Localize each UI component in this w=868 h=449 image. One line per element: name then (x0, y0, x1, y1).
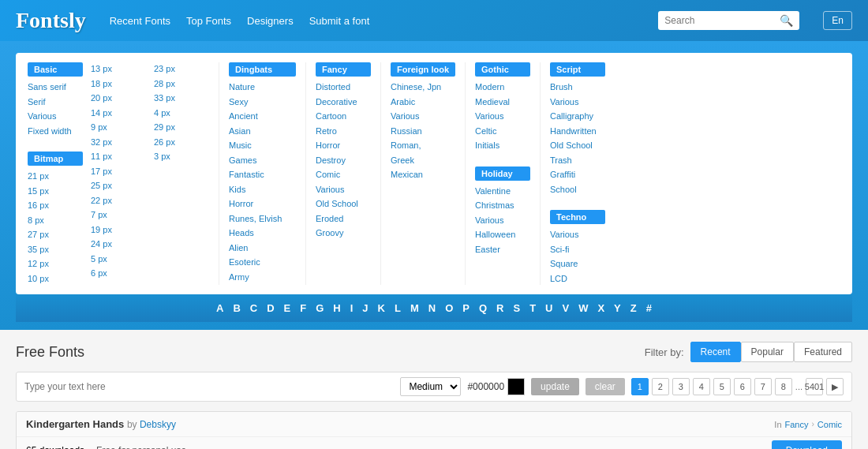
cat-label-script[interactable]: Script (550, 62, 605, 77)
cat-label-dingbats[interactable]: Dingbats (229, 62, 296, 77)
cat-label-fancy[interactable]: Fancy (316, 62, 371, 77)
cat-item[interactable]: Graffiti (550, 168, 605, 181)
cat-item[interactable]: Greek (391, 154, 455, 167)
cat-item[interactable]: 19 px (91, 223, 146, 237)
cat-item[interactable]: Valentine (475, 185, 530, 198)
alpha-Q[interactable]: Q (479, 302, 487, 314)
nav-submit-font[interactable]: Submit a font (309, 15, 370, 27)
cat-item[interactable]: Sans serif (28, 80, 83, 94)
cat-item[interactable]: Horror (316, 139, 371, 152)
alpha-K[interactable]: K (378, 302, 385, 314)
alpha-U[interactable]: U (545, 302, 552, 314)
cat-item[interactable]: 21 px (28, 170, 83, 183)
language-button[interactable]: En (823, 11, 852, 30)
cat-item[interactable]: 17 px (91, 165, 146, 178)
cat-item[interactable]: Games (229, 154, 296, 167)
page-4[interactable]: 4 (693, 378, 710, 395)
cat-item[interactable]: Celtic (475, 125, 530, 138)
cat-item[interactable]: Modern (475, 80, 530, 94)
cat-item[interactable]: 10 px (28, 272, 83, 286)
page-1[interactable]: 1 (631, 378, 649, 395)
cat-item[interactable]: Fixed width (28, 125, 83, 138)
cat-item[interactable]: Various (316, 183, 371, 196)
cat-item[interactable]: 18 px (91, 77, 146, 91)
color-swatch[interactable] (507, 378, 525, 395)
alpha-Y[interactable]: Y (614, 302, 621, 314)
cat-item[interactable]: 4 px (154, 107, 209, 120)
cat-item[interactable]: Retro (316, 125, 371, 138)
alpha-W[interactable]: W (578, 302, 588, 314)
alpha-E[interactable]: E (284, 302, 291, 314)
alpha-H[interactable]: H (333, 302, 340, 314)
page-2[interactable]: 2 (652, 378, 669, 395)
cat-item[interactable]: Initials (475, 139, 530, 152)
cat-item[interactable]: Various (28, 110, 83, 123)
logo[interactable]: Fontsly (16, 8, 86, 33)
alpha-P[interactable]: P (462, 302, 470, 314)
cat-item[interactable]: 15 px (28, 185, 83, 198)
cat-item[interactable]: 35 px (28, 243, 83, 256)
alpha-V[interactable]: V (562, 302, 569, 314)
cat-item[interactable]: Decorative (316, 95, 371, 109)
cat-item[interactable]: 9 px (91, 121, 146, 134)
nav-top-fonts[interactable]: Top Fonts (186, 15, 231, 27)
cat-item[interactable]: Calligraphy (550, 110, 605, 123)
cat-item[interactable]: 6 px (91, 267, 146, 280)
cat-label-holiday[interactable]: Holiday (475, 167, 530, 181)
cat-item[interactable]: Brush (550, 80, 605, 94)
search-icon[interactable]: 🔍 (780, 14, 793, 27)
page-6[interactable]: 6 (734, 378, 751, 395)
cat-item[interactable]: 29 px (154, 121, 209, 134)
alpha-Z[interactable]: Z (630, 302, 637, 314)
cat-item[interactable]: 14 px (91, 107, 146, 120)
font-tag-fancy[interactable]: Fancy (785, 420, 809, 429)
cat-item[interactable]: Eroded (316, 212, 371, 226)
cat-item[interactable]: LCD (550, 272, 605, 286)
cat-item[interactable]: Christmas (475, 199, 530, 212)
cat-item[interactable]: Serif (28, 95, 83, 109)
clear-button[interactable]: clear (586, 378, 625, 395)
cat-label-gothic[interactable]: Gothic (475, 62, 530, 77)
cat-label-foreign[interactable]: Foreign look (391, 62, 455, 77)
font-tag-comic[interactable]: Comic (817, 420, 842, 429)
cat-item[interactable]: Asian (229, 125, 296, 138)
filter-popular[interactable]: Popular (741, 342, 794, 362)
cat-item[interactable]: 25 px (91, 179, 146, 193)
cat-label-bitmap[interactable]: Bitmap (28, 152, 83, 166)
cat-item[interactable]: Various (475, 214, 530, 227)
cat-item[interactable]: Alien (229, 241, 296, 255)
nav-recent-fonts[interactable]: Recent Fonts (110, 15, 170, 27)
cat-item[interactable]: 23 px (154, 62, 209, 76)
cat-item[interactable]: Various (550, 95, 605, 109)
cat-item[interactable]: Handwritten (550, 125, 605, 138)
cat-item[interactable]: 32 px (91, 136, 146, 149)
cat-item[interactable]: Groovy (316, 226, 371, 240)
cat-item[interactable]: Arabic (391, 95, 455, 109)
cat-item[interactable]: Various (391, 110, 455, 123)
nav-designers[interactable]: Designers (247, 15, 294, 27)
cat-item[interactable]: Various (550, 228, 605, 241)
cat-item[interactable]: Chinese, Jpn (391, 80, 455, 94)
cat-item[interactable]: Nature (229, 80, 296, 94)
font-author-name[interactable]: Debskyy (140, 419, 176, 430)
cat-item[interactable]: Medieval (475, 95, 530, 109)
filter-featured[interactable]: Featured (794, 342, 852, 362)
alpha-hash[interactable]: # (646, 302, 652, 314)
alpha-X[interactable]: X (597, 302, 604, 314)
cat-item[interactable]: Fantastic (229, 168, 296, 181)
cat-item[interactable]: 12 px (28, 257, 83, 271)
cat-item[interactable]: Square (550, 257, 605, 271)
cat-item[interactable]: 27 px (28, 228, 83, 241)
update-button[interactable]: update (531, 378, 579, 395)
cat-item[interactable]: Heads (229, 226, 296, 240)
cat-item[interactable]: Distorted (316, 80, 371, 94)
page-last[interactable]: 5401 (806, 378, 823, 395)
filter-recent[interactable]: Recent (690, 342, 741, 362)
alpha-G[interactable]: G (316, 302, 324, 314)
alpha-B[interactable]: B (233, 302, 240, 314)
preview-text-input[interactable] (24, 381, 394, 392)
cat-item[interactable]: Old School (550, 139, 605, 152)
cat-item[interactable]: 3 px (154, 150, 209, 163)
cat-item[interactable]: 8 px (28, 214, 83, 227)
cat-item[interactable]: Trash (550, 154, 605, 167)
